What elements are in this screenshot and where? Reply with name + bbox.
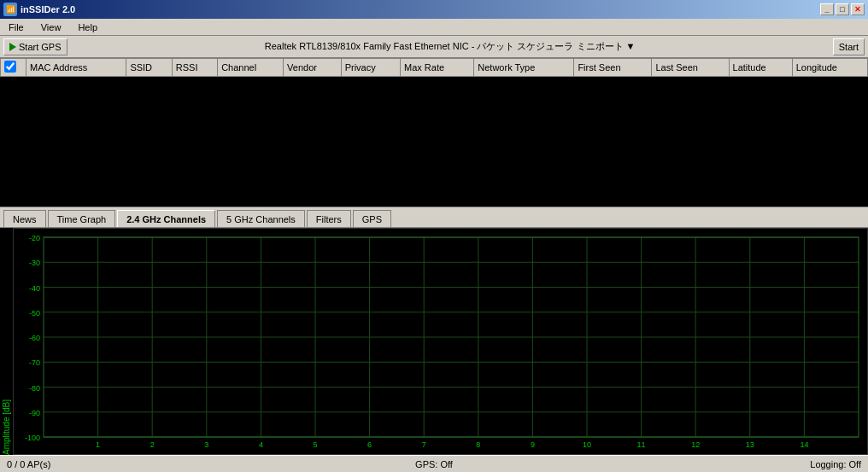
column-header-network-type[interactable]: Network Type <box>474 59 574 77</box>
tab-gps[interactable]: GPS <box>353 210 391 227</box>
svg-text:10: 10 <box>583 440 591 449</box>
column-header-last-seen[interactable]: Last Seen <box>652 59 729 77</box>
column-header-channel[interactable]: Channel <box>218 59 284 77</box>
menu-bar: FileViewHelp <box>0 19 868 36</box>
play-icon <box>9 43 16 51</box>
maximize-button[interactable]: □ <box>836 3 849 15</box>
svg-text:7: 7 <box>422 440 426 449</box>
tab-news[interactable]: News <box>3 210 46 227</box>
checkbox-column[interactable] <box>1 59 26 77</box>
menu-item-help[interactable]: Help <box>73 20 103 34</box>
status-bar: 0 / 0 AP(s) GPS: Off Logging: Off <box>0 455 868 472</box>
chart-svg: -20-30-40-50-60-70-80-90-100123456789101… <box>14 229 867 454</box>
minimize-button[interactable]: _ <box>820 3 834 15</box>
start-button[interactable]: Start <box>833 38 865 55</box>
table-header: MAC AddressSSIDRSSIChannelVendorPrivacyM… <box>1 59 868 77</box>
header-row: MAC AddressSSIDRSSIChannelVendorPrivacyM… <box>1 59 868 77</box>
title-bar-left: 📶 inSSIDer 2.0 <box>3 3 75 16</box>
svg-text:-40: -40 <box>29 284 40 293</box>
app-icon: 📶 <box>3 3 17 16</box>
svg-text:9: 9 <box>531 440 535 449</box>
close-button[interactable]: ✕ <box>851 3 865 15</box>
start-gps-button[interactable]: Start GPS <box>3 38 67 55</box>
svg-text:3: 3 <box>204 440 208 449</box>
y-axis-label: Amplitude [dB] <box>0 228 13 455</box>
svg-text:-60: -60 <box>29 334 40 342</box>
tab-filters[interactable]: Filters <box>307 210 351 227</box>
svg-text:12: 12 <box>691 440 700 449</box>
svg-text:-80: -80 <box>29 384 40 393</box>
svg-text:11: 11 <box>637 440 646 449</box>
svg-text:-100: -100 <box>25 434 40 442</box>
title-bar: 📶 inSSIDer 2.0 _ □ ✕ <box>0 0 868 19</box>
svg-text:4: 4 <box>259 440 263 449</box>
column-header-ssid[interactable]: SSID <box>126 59 172 77</box>
svg-text:-30: -30 <box>29 259 40 267</box>
graph-wrapper: Amplitude [dB] -20-30-40-50-60-70-80-90-… <box>0 228 868 455</box>
tab-time-graph[interactable]: Time Graph <box>48 210 116 227</box>
svg-text:-70: -70 <box>29 358 40 367</box>
menu-item-file[interactable]: File <box>3 20 29 34</box>
column-header-mac-address[interactable]: MAC Address <box>26 59 126 77</box>
menu-item-view[interactable]: View <box>36 20 67 34</box>
column-header-longitude[interactable]: Longitude <box>792 59 867 77</box>
logging-status: Logging: Off <box>654 459 861 469</box>
svg-text:-50: -50 <box>29 309 40 318</box>
chart-area: -20-30-40-50-60-70-80-90-100123456789101… <box>13 228 868 455</box>
svg-text:-90: -90 <box>29 409 40 417</box>
nic-selector[interactable]: Realtek RTL8139/810x Family Fast Etherne… <box>71 40 830 53</box>
column-header-rssi[interactable]: RSSI <box>172 59 217 77</box>
column-header-max-rate[interactable]: Max Rate <box>400 59 473 77</box>
svg-text:2: 2 <box>150 440 155 449</box>
column-header-vendor[interactable]: Vendor <box>284 59 342 77</box>
column-header-latitude[interactable]: Latitude <box>729 59 792 77</box>
tab-5-ghz-channels[interactable]: 5 GHz Channels <box>217 210 305 227</box>
title-bar-controls: _ □ ✕ <box>820 3 865 15</box>
svg-text:1: 1 <box>96 440 100 449</box>
toolbar: Start GPS Realtek RTL8139/810x Family Fa… <box>0 36 868 58</box>
network-table: MAC AddressSSIDRSSIChannelVendorPrivacyM… <box>0 58 868 77</box>
tabs-bar: NewsTime Graph2.4 GHz Channels5 GHz Chan… <box>0 207 868 228</box>
column-header-privacy[interactable]: Privacy <box>341 59 400 77</box>
tab-24-ghz-channels[interactable]: 2.4 GHz Channels <box>117 210 215 227</box>
svg-text:14: 14 <box>800 440 808 449</box>
svg-text:8: 8 <box>476 440 480 449</box>
ap-count: 0 / 0 AP(s) <box>7 459 214 469</box>
select-all-checkbox[interactable] <box>4 61 16 73</box>
gps-status: GPS: Off <box>227 459 641 469</box>
svg-text:5: 5 <box>313 440 317 449</box>
app-title: inSSIDer 2.0 <box>21 4 75 15</box>
svg-text:-20: -20 <box>29 234 40 242</box>
svg-text:6: 6 <box>367 440 372 449</box>
svg-text:13: 13 <box>746 440 754 449</box>
network-table-container: MAC AddressSSIDRSSIChannelVendorPrivacyM… <box>0 58 868 207</box>
column-header-first-seen[interactable]: First Seen <box>574 59 652 77</box>
